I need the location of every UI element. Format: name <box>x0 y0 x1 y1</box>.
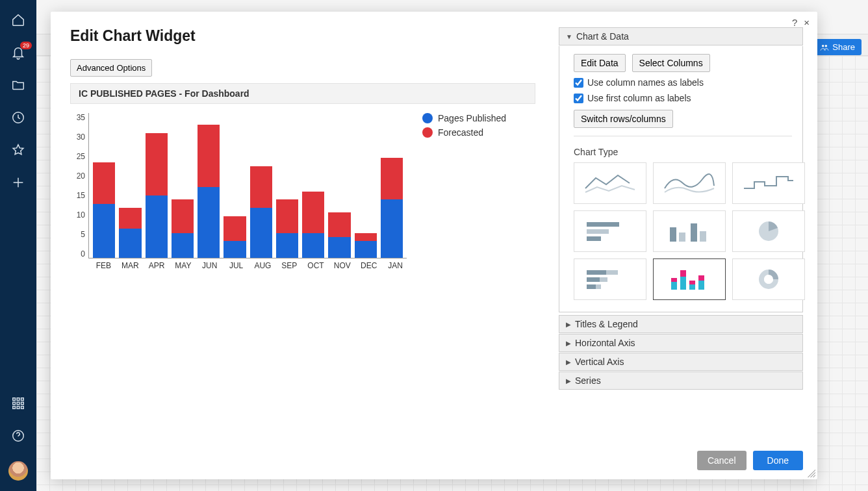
legend-label-1: Pages Published <box>438 113 506 123</box>
section-series[interactable]: ▶ Series <box>559 371 803 390</box>
chevron-right-icon: ▶ <box>566 340 571 347</box>
y-tick-label: 5 <box>70 230 85 239</box>
bar-column <box>223 113 246 258</box>
section-chart-and-data[interactable]: ▼ Chart & Data <box>559 27 803 45</box>
chevron-down-icon: ▼ <box>566 33 572 40</box>
chart-x-axis: FEBMARAPRMAYJUNJULAUGSEPOCTNOVDECJAN <box>70 258 411 270</box>
chart-type-hbar[interactable] <box>574 210 646 252</box>
edit-data-button[interactable]: Edit Data <box>574 54 626 72</box>
bar-column <box>146 113 168 258</box>
bar-column <box>381 113 403 258</box>
checkbox-col-names[interactable]: Use column names as labels <box>574 77 792 88</box>
y-tick-label: 20 <box>70 171 85 181</box>
svg-rect-17 <box>679 233 685 242</box>
notification-badge: 29 <box>20 42 32 49</box>
y-tick-label: 25 <box>70 152 85 161</box>
bar-column <box>93 113 115 258</box>
svg-rect-22 <box>606 270 618 275</box>
section-label: Vertical Axis <box>575 357 624 367</box>
x-tick-label: FEB <box>92 261 115 270</box>
section-label: Horizontal Axis <box>575 338 635 348</box>
notifications-icon[interactable]: 29 <box>11 45 25 60</box>
svg-rect-26 <box>596 284 601 289</box>
apps-icon[interactable] <box>11 396 25 410</box>
chart-type-hbar-stacked[interactable] <box>574 258 646 300</box>
x-tick-label: JUL <box>225 261 248 270</box>
legend-dot-blue <box>422 113 433 123</box>
y-tick-label: 10 <box>70 210 85 220</box>
chart-type-pie[interactable] <box>732 210 805 252</box>
section-vertical-axis[interactable]: ▶ Vertical Axis <box>559 353 803 371</box>
svg-rect-16 <box>670 227 676 242</box>
favorites-icon[interactable] <box>11 143 25 157</box>
chart-legend: Pages Published Forecasted <box>422 113 506 258</box>
checkbox-col-names-label: Use column names as labels <box>587 77 704 88</box>
advanced-options-button[interactable]: Advanced Options <box>70 59 152 77</box>
x-tick-label: MAY <box>172 261 194 270</box>
svg-rect-31 <box>689 284 695 290</box>
chart-type-vbar[interactable] <box>653 210 726 252</box>
chart-type-grid <box>574 162 792 300</box>
switch-rows-columns-button[interactable]: Switch rows/columns <box>574 110 673 128</box>
section-chart-data-content: Edit Data Select Columns Use column name… <box>559 46 803 312</box>
svg-rect-24 <box>600 277 607 282</box>
svg-rect-33 <box>698 281 704 290</box>
modal-close-icon[interactable]: × <box>804 17 810 28</box>
x-tick-label: NOV <box>331 261 353 270</box>
svg-rect-15 <box>587 236 601 241</box>
help-icon[interactable] <box>11 429 25 443</box>
section-label: Series <box>575 375 601 386</box>
share-button[interactable]: Share <box>813 39 862 55</box>
y-tick-label: 30 <box>70 132 85 142</box>
svg-rect-14 <box>587 229 609 234</box>
folder-icon[interactable] <box>11 78 25 92</box>
resize-grip[interactable] <box>808 470 815 477</box>
recents-icon[interactable] <box>11 110 25 125</box>
section-label: Titles & Legend <box>575 319 638 329</box>
checkbox-first-col-input[interactable] <box>574 94 583 103</box>
svg-rect-32 <box>689 281 695 284</box>
chart-type-vbar-stacked[interactable] <box>653 258 726 300</box>
svg-rect-21 <box>587 270 606 275</box>
chart-type-step-line[interactable] <box>732 162 805 204</box>
nav-rail: 29 <box>0 0 36 491</box>
cancel-button[interactable]: Cancel <box>697 451 747 470</box>
section-horizontal-axis[interactable]: ▶ Horizontal Axis <box>559 334 803 352</box>
legend-label-2: Forecasted <box>438 127 483 138</box>
chart-type-donut[interactable] <box>732 258 805 300</box>
svg-rect-5 <box>21 398 24 401</box>
chevron-right-icon: ▶ <box>566 377 571 384</box>
avatar[interactable] <box>8 461 28 481</box>
checkbox-first-col[interactable]: Use first column as labels <box>574 93 792 103</box>
add-icon[interactable] <box>11 175 25 190</box>
svg-point-0 <box>822 44 824 47</box>
svg-rect-4 <box>17 398 19 401</box>
modal-help-icon[interactable]: ? <box>792 17 797 28</box>
chart-plot-area <box>88 113 407 258</box>
section-titles-legend[interactable]: ▶ Titles & Legend <box>559 315 803 333</box>
y-tick-label: 15 <box>70 191 85 200</box>
svg-rect-6 <box>13 402 16 405</box>
select-columns-button[interactable]: Select Columns <box>632 54 710 72</box>
svg-rect-29 <box>680 277 686 290</box>
bar-column <box>198 113 220 258</box>
chart-y-axis: 35302520151050 <box>70 113 88 258</box>
svg-rect-28 <box>671 278 677 282</box>
done-button[interactable]: Done <box>753 451 803 470</box>
svg-rect-19 <box>700 231 706 242</box>
chart-type-line[interactable] <box>574 162 646 204</box>
svg-rect-23 <box>587 277 600 282</box>
chart-type-smooth-line[interactable] <box>653 162 726 204</box>
svg-rect-18 <box>691 223 697 242</box>
svg-rect-27 <box>671 282 677 290</box>
bar-column <box>302 113 324 258</box>
chart-heading: IC PUBLISHED PAGES - For Dashboard <box>70 83 535 104</box>
x-tick-label: APR <box>146 261 168 270</box>
home-icon[interactable] <box>11 13 25 27</box>
checkbox-col-names-input[interactable] <box>574 78 583 88</box>
x-tick-label: SEP <box>278 261 301 270</box>
bar-column <box>172 113 194 258</box>
y-tick-label: 35 <box>70 113 85 122</box>
svg-rect-13 <box>587 222 619 227</box>
svg-rect-34 <box>698 275 704 281</box>
